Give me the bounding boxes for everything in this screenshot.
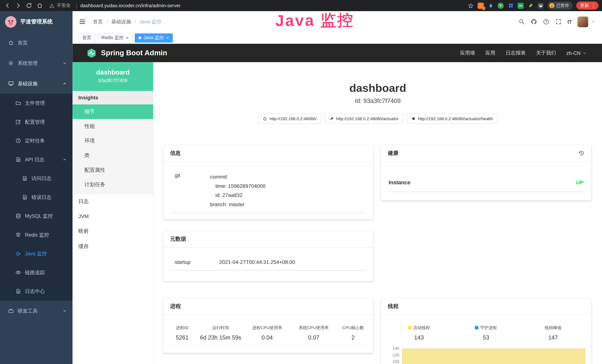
link-health-url[interactable]: http://192.168.0.2:48080/actuator/health bbox=[406, 114, 497, 124]
extension-icon-orange[interactable]: 1 bbox=[478, 2, 484, 9]
infrastructure-submenu: 文件管理 配置管理 定时任务 API 日志 访问日志 bbox=[0, 94, 73, 300]
breadcrumb-section[interactable]: 基础设施 bbox=[111, 18, 131, 25]
sba-nav-journal[interactable]: 日志报表 bbox=[506, 50, 526, 56]
document-icon bbox=[22, 194, 28, 200]
sba-menu-caches[interactable]: 缓存 bbox=[73, 239, 153, 254]
legend-label: 守护进程 bbox=[480, 325, 497, 330]
extension-icon-paw[interactable] bbox=[538, 2, 544, 9]
legend-label: 活动线程 bbox=[413, 325, 430, 330]
sba-brand[interactable]: Spring Boot Admin bbox=[101, 49, 167, 57]
git-branch: branch: master bbox=[210, 200, 266, 209]
sba-menu-environment[interactable]: 环境 bbox=[73, 134, 153, 148]
fullscreen-icon[interactable] bbox=[555, 18, 562, 25]
sba-nav-about[interactable]: 关于我们 bbox=[536, 50, 556, 56]
sidebar-item-label: 链路追踪 bbox=[25, 269, 45, 276]
sba-instance-header[interactable]: dashboard 93a3fc7f7409 bbox=[73, 62, 153, 91]
git-commit-line: commit: bbox=[210, 172, 266, 182]
user-menu[interactable] bbox=[577, 16, 595, 27]
gear-icon bbox=[8, 60, 14, 66]
process-id-value: 5261 bbox=[167, 334, 197, 341]
sba-locale-select[interactable]: zh-CN bbox=[566, 50, 587, 56]
card-title: 线程 bbox=[388, 303, 399, 310]
sidebar-item-home[interactable]: 首页 bbox=[0, 33, 73, 53]
app-logo-area[interactable]: 芋道管理系统 bbox=[0, 11, 73, 33]
page-subtitle: Id: 93a3fc7f7409 bbox=[153, 97, 602, 104]
sidebar-item-trace[interactable]: 链路追踪 bbox=[0, 263, 73, 282]
sba-menu-configprops[interactable]: 配置属性 bbox=[73, 163, 153, 177]
smiley-avatar-icon bbox=[549, 3, 554, 8]
tab-redis-monitor[interactable]: Redis 监控 × bbox=[97, 33, 133, 43]
sidebar-item-system-mgmt[interactable]: 系统管理 bbox=[0, 53, 73, 74]
cpu-cores-value: 2 bbox=[337, 334, 369, 341]
heart-icon bbox=[411, 116, 416, 121]
browser-home-icon[interactable] bbox=[36, 2, 43, 9]
address-bar[interactable]: dashboard.yudao.iocoder.cn/infra/admin-s… bbox=[80, 3, 181, 8]
link-actuator-url[interactable]: http://192.168.0.2:48080/actuator bbox=[325, 114, 403, 124]
tab-java-monitor[interactable]: Java 监控 × bbox=[135, 33, 172, 43]
sidebar-item-api-log[interactable]: API 日志 bbox=[0, 150, 73, 169]
locale-label: zh-CN bbox=[566, 50, 580, 56]
github-icon[interactable] bbox=[530, 18, 537, 25]
avatar bbox=[577, 16, 588, 27]
app-title: 芋道管理系统 bbox=[20, 18, 53, 25]
sba-menu-jvm[interactable]: JVM bbox=[73, 209, 153, 224]
page-tabs-bar: 首页 Redis 监控 × Java 监控 × bbox=[73, 32, 602, 44]
live-threads-value: 143 bbox=[386, 334, 452, 341]
history-icon[interactable] bbox=[578, 150, 584, 156]
sba-menu-performance[interactable]: 性能 bbox=[73, 119, 153, 134]
sidebar-item-label: 研发工具 bbox=[18, 307, 38, 314]
sidebar-item-redis-monitor[interactable]: Redis 监控 bbox=[0, 225, 73, 244]
extension-icon-leaf[interactable] bbox=[527, 2, 534, 9]
extension-icon-vue[interactable]: V bbox=[498, 2, 504, 9]
sba-menu-mappings[interactable]: 映射 bbox=[73, 224, 153, 239]
chevron-down-icon bbox=[591, 20, 595, 24]
bookmark-star-icon[interactable] bbox=[468, 2, 474, 9]
extension-icon-grid[interactable] bbox=[508, 2, 514, 9]
sidebar-item-scheduled-jobs[interactable]: 定时任务 bbox=[0, 131, 73, 150]
sidebar-item-log-center[interactable]: 日志中心 bbox=[0, 282, 73, 300]
sidebar-item-dev-tools[interactable]: 研发工具 bbox=[0, 300, 73, 321]
sidebar-item-access-log[interactable]: 访问日志 bbox=[0, 169, 73, 188]
link-label: http://192.168.0.2:48080/ bbox=[269, 116, 316, 121]
sidebar-item-mysql-monitor[interactable]: MySQL 监控 bbox=[0, 207, 73, 225]
sidebar-item-infrastructure[interactable]: 基础设施 bbox=[0, 74, 73, 94]
tab-label: 首页 bbox=[82, 34, 91, 41]
sba-menu-details[interactable]: 细节 bbox=[73, 104, 153, 119]
tab-home[interactable]: 首页 bbox=[78, 33, 95, 43]
browser-back-icon[interactable] bbox=[4, 2, 11, 9]
hamburger-icon[interactable] bbox=[79, 18, 86, 25]
sidebar-item-java-monitor[interactable]: Java 监控 bbox=[0, 244, 73, 263]
screen: 不安全 | dashboard.yudao.iocoder.cn/infra/a… bbox=[0, 0, 602, 364]
site-security-chip[interactable]: 不安全 | bbox=[49, 2, 80, 9]
profile-paused-chip[interactable]: 已暂停 bbox=[548, 1, 572, 10]
font-size-icon[interactable]: tT bbox=[567, 19, 572, 25]
sidebar-item-error-log[interactable]: 错误日志 bbox=[0, 188, 73, 207]
breadcrumb-home[interactable]: 首页 bbox=[93, 18, 103, 25]
info-card: 信息 git commit: time: 1596289704000 id: 2… bbox=[163, 145, 373, 219]
sidebar-item-label: Redis 监控 bbox=[25, 231, 49, 238]
sidebar-item-file-mgmt[interactable]: 文件管理 bbox=[0, 94, 73, 112]
blue-legend-swatch bbox=[475, 326, 479, 330]
sba-menu-log[interactable]: 日志 bbox=[73, 194, 153, 209]
tab-close-icon[interactable]: × bbox=[166, 35, 169, 40]
browser-forward-icon[interactable] bbox=[15, 2, 22, 9]
sidebar-item-label: 首页 bbox=[18, 39, 28, 46]
home-icon bbox=[8, 40, 14, 46]
sba-nav-wallboard[interactable]: 应用墙 bbox=[460, 50, 475, 56]
sba-menu-scheduled[interactable]: 计划任务 bbox=[73, 177, 153, 192]
tab-close-icon[interactable]: × bbox=[126, 35, 129, 40]
system-cpu-value: 0.07 bbox=[290, 334, 337, 341]
breadcrumb-current: Java 监控 bbox=[140, 18, 161, 25]
link-service-url[interactable]: http://192.168.0.2:48080/ bbox=[258, 114, 321, 124]
help-icon[interactable] bbox=[543, 18, 549, 25]
sba-menu-classes[interactable]: 类 bbox=[73, 148, 153, 163]
browser-reload-icon[interactable] bbox=[26, 2, 32, 9]
sba-nav-applications[interactable]: 应用 bbox=[485, 50, 495, 56]
extension-icon-drop[interactable] bbox=[488, 2, 494, 9]
chevron-up-icon bbox=[63, 81, 67, 86]
extension-icon-on-switch[interactable]: on bbox=[517, 2, 524, 9]
chrome-update-button[interactable]: 更新 ⋮ bbox=[576, 1, 599, 10]
col-header: 进程CPU使用率 bbox=[244, 325, 290, 331]
sidebar-item-config-mgmt[interactable]: 配置管理 bbox=[0, 113, 73, 131]
search-icon[interactable] bbox=[518, 18, 525, 25]
